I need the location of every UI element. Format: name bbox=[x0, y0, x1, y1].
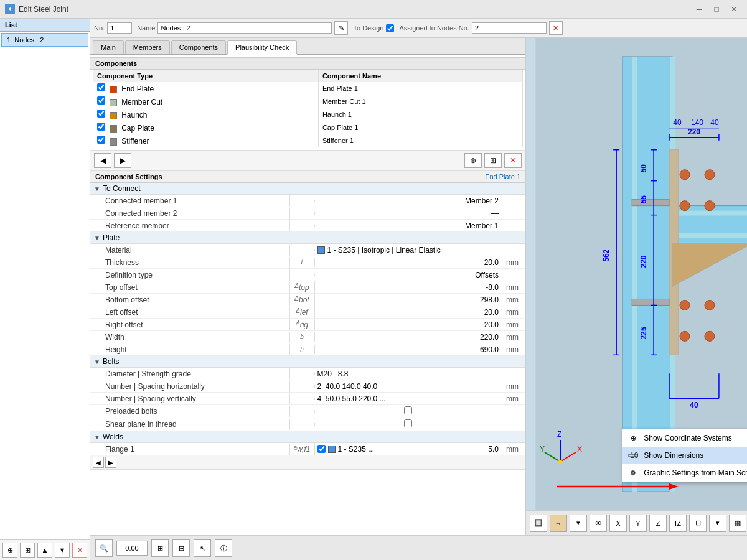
svg-rect-6 bbox=[672, 233, 747, 238]
sidebar-delete-button[interactable]: ✕ bbox=[72, 543, 87, 558]
view-eye-button[interactable]: 👁 bbox=[590, 515, 607, 532]
app-icon: ✦ bbox=[5, 4, 15, 14]
view-arrow-dropdown[interactable]: ▾ bbox=[570, 515, 587, 532]
tab-members[interactable]: Members bbox=[125, 40, 170, 54]
dropdown-show-coordinate[interactable]: ⊕ Show Coordinate Systems bbox=[622, 429, 747, 447]
add-component-button[interactable]: ⊕ bbox=[464, 153, 482, 168]
preloaded-bolts-checkbox[interactable] bbox=[404, 406, 412, 414]
view-iz-axis[interactable]: IZ bbox=[669, 515, 687, 532]
component-checkbox[interactable] bbox=[97, 83, 105, 91]
svg-text:140: 140 bbox=[691, 118, 703, 127]
flange1-checkbox[interactable] bbox=[317, 445, 326, 453]
view-arrow-btn[interactable]: → bbox=[550, 515, 567, 532]
axes-svg: X Y Z bbox=[538, 431, 582, 474]
sidebar-copy-button[interactable]: ⊞ bbox=[20, 543, 35, 558]
svg-text:40: 40 bbox=[673, 118, 682, 127]
component-checkbox[interactable] bbox=[97, 123, 105, 131]
scroll-right-button[interactable]: ▶ bbox=[105, 457, 116, 468]
footer-table-button[interactable]: ⊟ bbox=[172, 539, 190, 557]
copy-component-button[interactable]: ⊞ bbox=[484, 153, 502, 168]
close-button[interactable]: ✕ bbox=[726, 3, 742, 16]
window-controls: ─ □ ✕ bbox=[691, 3, 742, 16]
properties-tree: ▼ To Connect Connected member 1 Member 2 bbox=[90, 183, 525, 455]
svg-text:40: 40 bbox=[710, 118, 719, 127]
to-design-checkbox[interactable] bbox=[386, 24, 394, 32]
scroll-left-button[interactable]: ◀ bbox=[93, 457, 104, 468]
prop-group-bolts-header[interactable]: ▼ Bolts bbox=[90, 356, 525, 368]
sidebar-item[interactable]: 1 Nodes : 2 bbox=[1, 33, 88, 47]
svg-point-13 bbox=[680, 300, 690, 310]
prop-group-to-connect: ▼ To Connect Connected member 1 Member 2 bbox=[90, 183, 525, 232]
move-left-button[interactable]: ◀ bbox=[94, 153, 111, 168]
svg-point-14 bbox=[705, 300, 715, 310]
prop-group-bolts: ▼ Bolts Diameter | Strength grade M20 8.… bbox=[90, 356, 525, 431]
view-navigate-button[interactable]: 🔲 bbox=[530, 515, 547, 532]
components-section-header: Components bbox=[90, 57, 525, 70]
dropdown-coord-label: Show Coordinate Systems bbox=[644, 434, 731, 442]
dropdown-graphic-settings[interactable]: ⚙ Graphic Settings from Main Screen bbox=[622, 464, 747, 482]
table-row[interactable]: Stiffener Stiffener 1 bbox=[93, 134, 523, 147]
view-render-btn[interactable]: ▦ bbox=[729, 515, 746, 532]
view-x-axis[interactable]: X bbox=[609, 515, 627, 532]
table-row[interactable]: End Plate End Plate 1 bbox=[93, 82, 523, 95]
expand-icon-welds: ▼ bbox=[94, 434, 100, 441]
svg-point-12 bbox=[705, 201, 715, 211]
sidebar-add-button[interactable]: ⊕ bbox=[2, 543, 17, 558]
footer-cursor-button[interactable]: ↖ bbox=[194, 539, 211, 557]
footer-value-input[interactable] bbox=[116, 541, 148, 556]
footer-info-button[interactable]: ⓘ bbox=[215, 539, 232, 557]
move-right-button[interactable]: ▶ bbox=[114, 153, 131, 168]
name-edit-button[interactable]: ✎ bbox=[334, 21, 348, 35]
table-row[interactable]: Member Cut Member Cut 1 bbox=[93, 95, 523, 108]
component-color bbox=[110, 125, 117, 133]
delete-component-button[interactable]: ✕ bbox=[504, 153, 522, 168]
svg-text:55: 55 bbox=[639, 195, 648, 204]
no-input[interactable] bbox=[107, 22, 132, 34]
assigned-input[interactable] bbox=[472, 22, 547, 34]
graphic-settings-icon: ⚙ bbox=[627, 467, 639, 478]
view-panel: 220 40 140 40 50 bbox=[526, 38, 747, 535]
component-checkbox[interactable] bbox=[97, 110, 105, 118]
view-y-axis[interactable]: Y bbox=[629, 515, 647, 532]
table-row[interactable]: Cap Plate Cap Plate 1 bbox=[93, 121, 523, 134]
prop-material: Material 1 - S235 | Isotropic | Linear E… bbox=[90, 244, 525, 256]
prop-group-welds-header[interactable]: ▼ Welds bbox=[90, 431, 525, 443]
prop-shear-plane: Shear plane in thread bbox=[90, 418, 525, 431]
prop-right-offset: Right offset Δrig 20.0 mm bbox=[90, 319, 525, 331]
tab-plausibility-check[interactable]: Plausibility Check bbox=[227, 40, 297, 55]
tab-components[interactable]: Components bbox=[171, 40, 226, 54]
component-color bbox=[110, 138, 117, 146]
name-input[interactable] bbox=[157, 22, 332, 34]
minimize-button[interactable]: ─ bbox=[691, 3, 707, 16]
view-z-axis[interactable]: Z bbox=[649, 515, 667, 532]
flange1-material-box bbox=[328, 446, 336, 453]
content-area: No. Name ✎ To Design Assigned to Nodes N… bbox=[90, 19, 747, 560]
dropdown-show-dimensions[interactable]: 10 Show Dimensions bbox=[622, 447, 747, 464]
xyz-axes: X Y Z bbox=[538, 431, 582, 476]
prop-thickness: Thickness t 20.0 mm bbox=[90, 256, 525, 269]
prop-spacing-vert: Number | Spacing vertically 4 50.0 55.0 … bbox=[90, 393, 525, 405]
prop-group-plate-header[interactable]: ▼ Plate bbox=[90, 232, 525, 244]
component-checkbox[interactable] bbox=[97, 96, 105, 105]
assigned-clear-button[interactable]: ✕ bbox=[549, 21, 563, 35]
table-row[interactable]: Haunch Haunch 1 bbox=[93, 108, 523, 121]
shear-plane-checkbox[interactable] bbox=[404, 419, 412, 427]
view-display-btn[interactable]: ⊟ bbox=[689, 515, 707, 532]
component-checkbox[interactable] bbox=[97, 136, 105, 144]
svg-text:562: 562 bbox=[602, 249, 611, 261]
component-type-label: Cap Plate bbox=[121, 124, 154, 133]
sidebar-down-button[interactable]: ▼ bbox=[55, 543, 70, 558]
col-type-header: Component Type bbox=[93, 70, 319, 82]
footer-grid-button[interactable]: ⊞ bbox=[151, 539, 169, 557]
maximize-button[interactable]: □ bbox=[708, 3, 725, 16]
sidebar-up-button[interactable]: ▲ bbox=[37, 543, 52, 558]
component-name-cell: Member Cut 1 bbox=[318, 95, 522, 108]
svg-point-56 bbox=[558, 460, 562, 464]
assigned-label: Assigned to Nodes No. bbox=[399, 24, 469, 32]
footer-search-button[interactable]: 🔍 bbox=[95, 539, 113, 557]
view-display-dropdown[interactable]: ▾ bbox=[709, 515, 726, 532]
prop-group-to-connect-header[interactable]: ▼ To Connect bbox=[90, 183, 525, 195]
settings-subtitle: End Plate 1 bbox=[485, 173, 520, 180]
tab-main[interactable]: Main bbox=[93, 40, 124, 54]
prop-top-offset: Top offset Δtop -8.0 mm bbox=[90, 281, 525, 294]
